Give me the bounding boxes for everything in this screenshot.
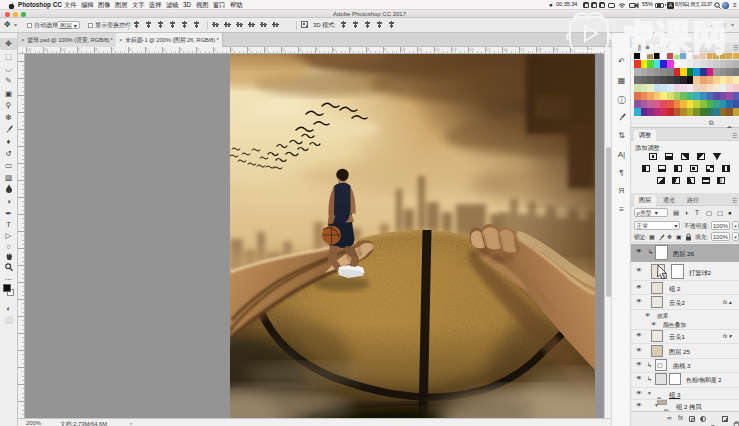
svg-text:虎课网: 虎课网 [619, 17, 728, 56]
